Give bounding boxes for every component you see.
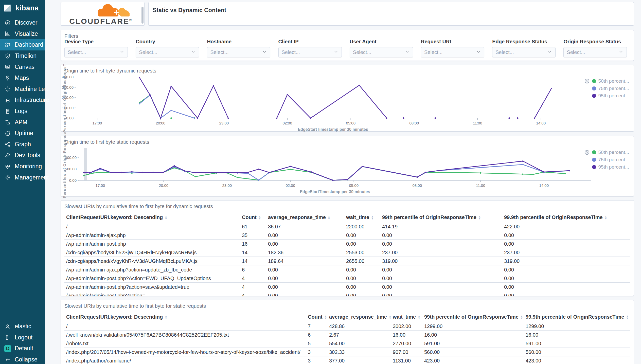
sidebar-item-monitoring[interactable]: Monitoring [0,161,45,172]
legend-expand-icon[interactable] [584,150,590,155]
column-header-wait-time[interactable]: wait_time▲▼ [393,314,420,320]
sidebar-item-machine-le[interactable]: Machine Le... [0,84,45,95]
sidebar-item-canvas[interactable]: Canvas [0,61,45,72]
legend-label: 75th percent... [598,86,629,91]
sort-icon: ▲▼ [520,315,523,319]
column-header-count[interactable]: Count▲▼ [308,314,327,320]
svg-text:14:00: 14:00 [539,183,549,188]
cell-uri: /cdn-cgi/apps/body/3Lh52SjWTQ4HRlErJykHq… [66,250,197,256]
sidebar-item-label: Uptime [15,130,33,137]
select-placeholder: Select... [567,49,585,55]
legend-item-95th-percent[interactable]: 95th percent... [592,164,629,170]
sidebar-item-label: APM [15,119,27,126]
table-row: /wp-admin/admin-post.php?action=...40.00… [64,291,630,296]
filter-country: CountrySelect... [136,39,199,57]
sidebar-item-timelion[interactable]: Timelion [0,50,45,62]
country-select[interactable]: Select... [136,47,199,57]
legend-item-50th-percent[interactable]: 50th percent... [592,78,629,84]
column-header-99th-percentile-of-originresponsetime[interactable]: 99th percentile of OriginResponseTime▲▼ [424,314,523,320]
cell-value: 0.00 [382,293,392,296]
sidebar-item-dashboard[interactable]: Dashboard [0,39,45,50]
filter-label: User Agent [350,39,413,45]
filter-label: Device Type [64,39,128,45]
legend-item-75th-percent[interactable]: 75th percent... [592,85,629,92]
request-uri-select[interactable]: Select... [421,47,484,57]
filter-hostname: HostnameSelect... [207,39,270,57]
cell-uri: /robots.txt [66,341,88,347]
sidebar-item-dev-tools[interactable]: Dev Tools [0,150,45,161]
sidebar-item-label: Timelion [15,52,37,59]
cell-value: 14 [242,250,247,256]
sort-icon: ▲▼ [328,215,330,220]
table-row: /.well-known/pki-validation/054075F6A27B… [64,331,630,339]
legend-item-75th-percent[interactable]: 75th percent... [592,157,629,163]
edge-response-status-select[interactable]: Select... [492,47,556,57]
cell-value: 0.00 [346,241,356,247]
chart-panel-static-requests: Origin time to first byte static request… [61,136,634,196]
sidebar-item-infrastructure[interactable]: Infrastructure [0,95,45,106]
sidebar-item-logs[interactable]: Logs [0,106,45,117]
table-header-row: ClientRequestURI.keyword: Descending▲▼Co… [64,213,630,222]
column-header-label: 99.9th percentile of OriginResponseTime [504,214,603,220]
sidebar-item-graph[interactable]: Graph [0,139,45,150]
svg-text:0.00: 0.00 [66,116,74,120]
cell-value: 0.00 [268,276,278,281]
sidebar-item-label: Management [15,174,49,181]
column-header-clientrequesturi-keyword-descending[interactable]: ClientRequestURI.keyword: Descending▲▼ [66,314,167,320]
sidebar-item-uptime[interactable]: Uptime [0,128,45,139]
sidebar-item-discover[interactable]: Discover [0,17,45,28]
timelion-icon [4,53,11,59]
sidebar-item-default[interactable]: DDefault [0,343,45,354]
chart-legend: 50th percent...75th percent...95th perce… [592,78,629,99]
space-default-badge: D [4,345,11,352]
logout-icon [4,334,11,341]
column-header-99th-percentile-of-originresponsetime[interactable]: 99th percentile of OriginResponseTime▲▼ [382,214,481,220]
chevron-down-icon [262,49,267,55]
user-agent-select[interactable]: Select... [350,47,413,57]
column-header-label: average_response_time [268,214,326,220]
column-header-label: ClientRequestURI.keyword: Descending [66,314,163,320]
hostname-select[interactable]: Select... [207,47,270,57]
column-header-99-9th-percentile-of-originresponsetime[interactable]: 99.9th percentile of OriginResponseTime▲… [526,314,629,320]
sidebar-item-apm[interactable]: APM [0,117,45,128]
space-badge-letter: D [4,345,11,352]
cell-value: 6 [242,267,245,273]
legend-item-95th-percent[interactable]: 95th percent... [592,93,629,99]
sidebar-item-visualize[interactable]: Visualize [0,28,45,40]
sort-icon: ▲▼ [258,215,261,220]
sidebar-item-elastic[interactable]: elastic [0,321,45,332]
cell-value: 3002.00 [393,323,411,329]
column-header-label: average_response_time [329,314,387,320]
origin-response-status-select[interactable]: Select... [563,47,627,57]
column-header-average-response-time[interactable]: average_response_time▲▼ [268,214,330,220]
legend-item-50th-percent[interactable]: 50th percent... [592,149,629,155]
sort-icon: ▲▼ [324,315,327,319]
cell-value: 0.00 [382,276,392,281]
sidebar-item-maps[interactable]: Maps [0,72,45,84]
sidebar-item-logout[interactable]: Logout [0,332,45,343]
client-ip-select[interactable]: Select... [278,47,342,57]
sidebar-item-management[interactable]: Management [0,172,45,183]
column-header-label: ClientRequestURI.keyword: Descending [66,214,163,220]
dashboard-icon [4,42,11,48]
panel-scrollbar[interactable] [141,7,144,24]
filter-label: Client IP [278,39,342,45]
sort-icon: ▲▼ [371,215,374,220]
cell-value: 0.00 [504,232,514,238]
column-header-count[interactable]: Count▲▼ [242,214,261,220]
legend-expand-icon[interactable] [584,78,590,84]
kibana-brand[interactable]: kibana [0,0,45,16]
cell-value: 2553.00 [346,250,364,256]
column-header-99-9th-percentile-of-originresponsetime[interactable]: 99.9th percentile of OriginResponseTime▲… [504,214,607,220]
sidebar-item-label: Dev Tools [15,152,40,159]
sort-icon: ▲▼ [626,315,629,319]
legend-color-dot [592,79,596,83]
filter-label: Hostname [207,39,270,45]
table-row: /wp-admin/admin-post.php160.000.000.000.… [64,240,630,248]
column-header-clientrequesturi-keyword-descending[interactable]: ClientRequestURI.keyword: Descending▲▼ [66,214,167,220]
filter-user-agent: User AgentSelect... [350,39,413,57]
column-header-wait-time[interactable]: wait_time▲▼ [346,214,374,220]
sidebar-item-collapse[interactable]: Collapse [0,354,45,364]
column-header-average-response-time[interactable]: average_response_time▲▼ [329,314,391,320]
device-type-select[interactable]: Select... [64,47,128,57]
